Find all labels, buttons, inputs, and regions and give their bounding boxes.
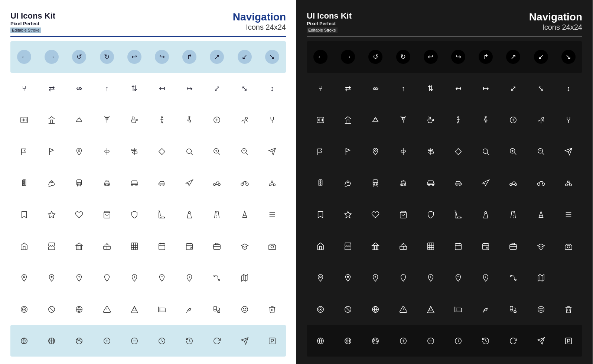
svg-rect-212 [514, 311, 516, 312]
svg-point-190 [486, 247, 488, 248]
light-icon-cafe [123, 113, 146, 127]
light-icon-star [40, 207, 63, 222]
light-icon-house [12, 239, 36, 254]
svg-point-205 [320, 309, 321, 310]
dark-icon-road [501, 207, 525, 222]
light-icon-briefcase [205, 239, 229, 254]
light-icon-location-dot [67, 144, 91, 159]
light-row-10 [10, 325, 286, 357]
light-icon-bed [150, 302, 174, 317]
light-icon-shuffle: ⇎ [67, 81, 91, 96]
light-icon-pet-friendly [205, 302, 229, 317]
dark-header: UI Icons Kit Pixel Perfect Editable Stro… [307, 11, 582, 33]
dark-icon-arrow-down-left: ↙ [529, 49, 553, 64]
light-icon-search-plus [205, 144, 229, 159]
light-panel: UI Icons Kit Pixel Perfect Editable Stro… [0, 0, 296, 364]
light-row-8 [10, 262, 286, 293]
dark-icon-person-standing [446, 113, 470, 127]
svg-point-163 [537, 183, 540, 185]
light-icon-calendar [150, 239, 174, 254]
dark-icon-fountain [364, 113, 387, 127]
dark-icon-medical [501, 113, 525, 127]
svg-point-144 [320, 181, 321, 182]
svg-rect-78 [214, 244, 220, 249]
svg-point-46 [160, 185, 161, 186]
dark-row-7 [307, 230, 582, 262]
light-icon-parking [260, 334, 284, 348]
light-icon-clock [150, 334, 174, 348]
dark-icon-warning [391, 302, 415, 317]
svg-point-38 [78, 183, 79, 185]
light-icon-route [205, 270, 229, 285]
light-icon-signpost [95, 144, 119, 159]
dark-header-left: UI Icons Kit Pixel Perfect Editable Stro… [307, 11, 352, 33]
light-icon-walking [177, 113, 201, 127]
dark-icon-arrow-right-stop: ↦ [474, 81, 498, 96]
svg-line-10 [162, 121, 163, 123]
svg-point-48 [214, 183, 216, 186]
svg-point-158 [432, 185, 434, 186]
svg-point-57 [188, 212, 190, 214]
light-row-9 [10, 293, 286, 325]
dark-icon-flag [309, 144, 332, 159]
dark-icon-star [336, 207, 360, 222]
dark-icon-compress: ⤡ [529, 81, 553, 96]
light-icon-pin-add [67, 270, 91, 285]
dark-icon-no-entry [336, 302, 360, 317]
light-icon-earth [67, 334, 91, 348]
svg-point-146 [320, 185, 321, 186]
svg-rect-69 [159, 244, 165, 250]
light-icon-minus-circle [123, 334, 146, 348]
dark-icon-camera [557, 239, 580, 254]
light-icon-pennant [40, 144, 63, 159]
light-icon-basketball [40, 334, 63, 348]
dark-icon-diamond-sign [446, 144, 470, 159]
svg-point-5 [106, 118, 108, 120]
svg-point-124 [485, 116, 486, 118]
svg-rect-225 [566, 338, 572, 344]
svg-point-86 [134, 277, 134, 278]
dark-row-9 [307, 293, 582, 325]
dark-row-1: ← → ↺ ↻ ↩ ↪ ↱ ↗ ↙ ↘ [307, 41, 582, 73]
light-icon-plane [177, 176, 201, 191]
light-icon-shield [123, 207, 146, 222]
svg-point-33 [23, 185, 25, 186]
svg-rect-112 [269, 338, 276, 344]
dark-icon-search [474, 144, 498, 159]
light-icon-diamond-sign [150, 144, 174, 159]
light-icon-trash [260, 302, 284, 317]
svg-point-11 [189, 116, 190, 118]
light-nav-title: Navigation [233, 11, 286, 23]
svg-point-145 [320, 182, 321, 184]
light-icon-send [260, 144, 284, 159]
light-icon-plus-circle [95, 334, 119, 348]
light-icon-camera [260, 239, 284, 254]
svg-line-135 [487, 153, 489, 155]
svg-point-81 [23, 276, 25, 278]
light-header: UI Icons Kit Pixel Perfect Editable Stro… [10, 11, 286, 33]
svg-point-215 [541, 308, 542, 309]
svg-line-123 [458, 121, 459, 123]
dark-kit-title: UI Icons Kit [307, 11, 352, 21]
dark-icon-bank [364, 239, 387, 254]
light-icon-sort: ⇅ [123, 81, 146, 96]
light-icon-pin-4 [150, 270, 174, 285]
light-icon-search [177, 144, 201, 159]
dark-row-10 [307, 325, 582, 357]
light-icon-atm [12, 113, 36, 127]
svg-point-152 [376, 183, 377, 185]
light-header-right: Navigation Icons 24x24 [233, 11, 286, 32]
light-icon-pin-info [177, 270, 201, 285]
light-icon-cart [150, 207, 174, 222]
light-icon-bookmark [12, 207, 36, 222]
svg-line-9 [161, 121, 162, 123]
light-icon-undo: ↺ [67, 49, 91, 64]
svg-point-193 [567, 245, 570, 248]
svg-line-207 [346, 307, 351, 312]
dark-icon-empty [557, 270, 580, 285]
dark-icon-clock-history [474, 334, 498, 348]
light-icon-target [12, 302, 36, 317]
light-icon-search-minus [233, 144, 257, 159]
svg-point-80 [271, 245, 273, 248]
light-icon-return-right: ↪ [150, 49, 174, 64]
